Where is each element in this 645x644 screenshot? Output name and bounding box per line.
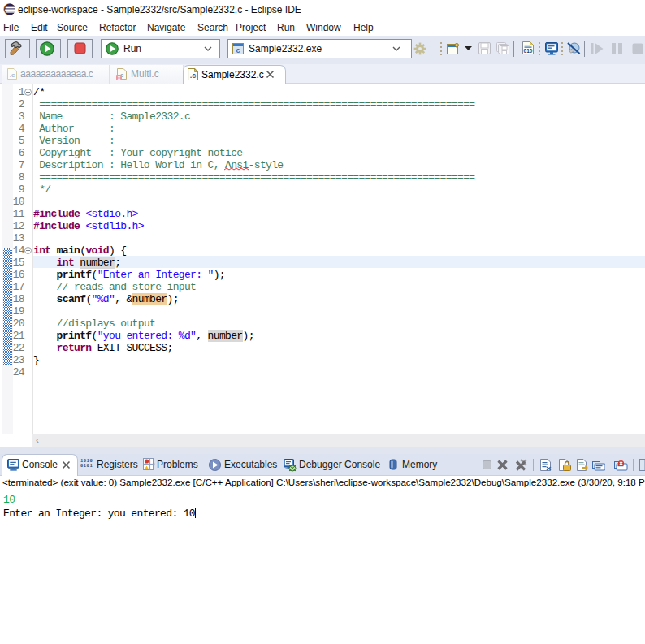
svg-text:010: 010 xyxy=(524,48,533,54)
svg-text:.c: .c xyxy=(190,71,197,80)
svg-text:.c: .c xyxy=(10,71,15,79)
svg-text:x: x xyxy=(118,75,121,80)
svg-text:c: c xyxy=(236,46,240,54)
